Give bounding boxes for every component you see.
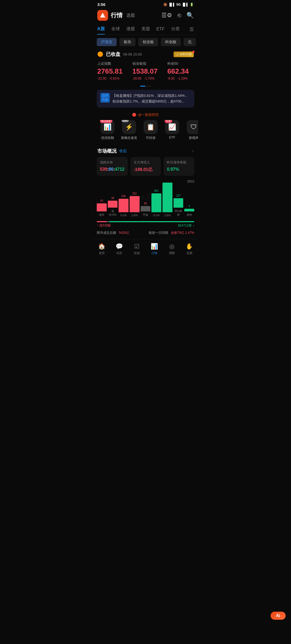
subtab-sector[interactable]: 板块 bbox=[119, 38, 136, 46]
tab-us[interactable]: 美股 bbox=[141, 24, 150, 35]
share-icon[interactable]: ⎋ bbox=[178, 12, 181, 19]
tab-etf[interactable]: ETF bbox=[157, 25, 165, 34]
index-chinext[interactable]: 创业板指 1538.07 -26.65 -1.70% bbox=[132, 61, 167, 80]
etf-badge: 大赛 bbox=[165, 120, 172, 123]
status-bar: 3:56 🔕 ▐▌▌ 5G ▐▌▌ 🔋 bbox=[93, 0, 198, 8]
header-subtitle[interactable]: 选股 bbox=[126, 13, 135, 18]
tab-category[interactable]: 分类 bbox=[171, 24, 180, 35]
advisor-badge: 每日金股 bbox=[100, 120, 112, 123]
header-actions: ☰⚙ ⎋ 🔍 bbox=[161, 12, 194, 19]
dot-3 bbox=[149, 86, 151, 87]
market-cards: 涨跌分布 539:86:4712 主力净流入 -198.01亿 昨日涨停表现 0… bbox=[93, 157, 198, 176]
card-title-1: 涨跌分布 bbox=[100, 160, 124, 165]
settings-icon[interactable]: ☰⚙ bbox=[161, 12, 172, 19]
subtab-star[interactable]: 科创板 bbox=[161, 38, 181, 46]
nav-finance[interactable]: ◎ 理财 bbox=[163, 242, 181, 256]
quick-icon-wrap-3: 📋 bbox=[144, 120, 158, 134]
quick-item-rule[interactable]: 🛡 新规风 bbox=[183, 120, 198, 140]
nav-label-trade: 交易 bbox=[186, 251, 192, 255]
dot-2 bbox=[147, 86, 148, 87]
subtab-chinext[interactable]: 创业板 bbox=[138, 38, 158, 46]
tab-a-stock[interactable]: A股 bbox=[97, 24, 105, 35]
bar-group-3: 206 5-1% bbox=[119, 195, 129, 217]
market-overview-header: 市场概况 收起 › bbox=[93, 145, 198, 157]
nav-trade[interactable]: ✋ 交易 bbox=[181, 242, 198, 256]
top-tab-bar: A股 全球 港股 美股 ETF 分类 ☰ bbox=[93, 24, 198, 35]
bar-lbl-9: 跌停 bbox=[187, 213, 192, 217]
app-logo bbox=[97, 10, 108, 21]
section-title: 市场概况 bbox=[97, 148, 117, 154]
index-change-3: -8.92 -1.33% bbox=[167, 77, 197, 80]
card-distribution[interactable]: 涨跌分布 539:86:4712 bbox=[97, 157, 128, 176]
quick-item-bond[interactable]: 📋 可转债 bbox=[140, 120, 161, 140]
nav-label-community: 社区 bbox=[116, 251, 122, 255]
bar-val-5: 86 bbox=[144, 202, 147, 205]
nav-watchlist[interactable]: ☑ 自选 bbox=[128, 242, 146, 256]
card-title-2: 主力净流入 bbox=[134, 160, 158, 165]
subtab-shanghai[interactable]: 沪深京 bbox=[97, 38, 117, 46]
battery-fill-icon: 🔋 bbox=[190, 3, 194, 6]
nav-home[interactable]: 🏠 首页 bbox=[93, 242, 110, 256]
nav-label-finance: 理财 bbox=[169, 251, 175, 255]
bar-1 bbox=[97, 203, 107, 211]
watchlist-icon: ☑ bbox=[134, 243, 140, 250]
collapse-btn[interactable]: 收起 bbox=[119, 149, 127, 153]
tab-global[interactable]: 全球 bbox=[111, 24, 120, 35]
weibo-user: @一夜新郎官 bbox=[138, 112, 159, 117]
header: 行情 选股 ☰⚙ ⎋ 🔍 bbox=[93, 8, 198, 24]
index-value-1: 2765.81 bbox=[97, 67, 127, 76]
subtab-beijing[interactable]: 北 bbox=[183, 38, 196, 46]
bar-val-9: 4 bbox=[189, 205, 190, 208]
bar-2 bbox=[108, 201, 118, 208]
bar-chart-section: KuaJing 3910 43 涨停 38 涨停-5% 206 5-1% 252… bbox=[93, 176, 198, 218]
bar-8 bbox=[174, 198, 183, 208]
card-title-3: 昨日涨停表现 bbox=[167, 160, 191, 165]
nav-label-market: 行情 bbox=[151, 251, 157, 255]
bar-lbl-3: 5-1% bbox=[120, 214, 127, 217]
volume-compare: 较前一日同期 放量79亿 1.47% bbox=[149, 231, 194, 235]
bar-val-6: 661 bbox=[154, 189, 159, 192]
fall-label: 跌4712家 bbox=[178, 223, 194, 228]
weibo-icon: 🔴 bbox=[132, 113, 136, 117]
bar-lbl-2: 涨停-5% bbox=[108, 209, 118, 217]
rise-count: 539 bbox=[100, 167, 107, 172]
news-banner[interactable]: 点评大盘 【收盘播报】沪指跌0.81%，深证成指跌1.44%，创业板指跌1.7%… bbox=[97, 90, 194, 108]
bar-lbl-4: 1-0% bbox=[131, 214, 138, 217]
index-star50[interactable]: 科创50 662.34 -8.92 -1.33% bbox=[167, 61, 198, 80]
card-value-2: -198.01亿 bbox=[134, 167, 158, 173]
index-shanghai[interactable]: 上证指数 2765.81 -22.50 -0.81% bbox=[97, 61, 132, 80]
time: 3:56 bbox=[97, 2, 105, 7]
bar-val-4: 252 bbox=[132, 192, 137, 195]
quick-item-concept[interactable]: ⚡ new 新概念速览 bbox=[118, 120, 140, 140]
bar-val-3: 206 bbox=[121, 195, 126, 198]
index-name-2: 创业板指 bbox=[132, 61, 162, 66]
tab-hk[interactable]: 港股 bbox=[126, 24, 135, 35]
market-status: 🟠 已收盘 09-06 15:00 L1 实时行情 bbox=[93, 49, 198, 60]
status-icons: 🔕 ▐▌▌ 5G ▐▌▌ 🔋 bbox=[163, 3, 194, 6]
search-icon[interactable]: 🔍 bbox=[186, 12, 194, 19]
bar-val-2: 38 bbox=[111, 197, 114, 200]
bar-lbl-1: 涨停 bbox=[99, 213, 104, 217]
bar-group-9: 4 跌停 bbox=[184, 205, 194, 217]
bar-group-1: 43 涨停 bbox=[97, 199, 107, 217]
progress-fill bbox=[97, 221, 194, 222]
status-dot-icon: 🟠 bbox=[97, 51, 103, 57]
signal2-icon: 5G bbox=[176, 3, 181, 6]
pagination-dots bbox=[93, 85, 198, 90]
card-yesterday[interactable]: 昨日涨停表现 0.97% bbox=[164, 157, 194, 176]
nav-community[interactable]: 💬 社区 bbox=[110, 242, 128, 256]
nav-label-watchlist: 自选 bbox=[134, 251, 140, 255]
more-tabs-icon[interactable]: ☰ bbox=[189, 26, 194, 32]
index-name-1: 上证指数 bbox=[97, 61, 127, 66]
nav-market[interactable]: 📊 行情 bbox=[146, 242, 163, 256]
quick-item-etf[interactable]: 📈 大赛 ETF bbox=[161, 120, 183, 140]
progress-section: 涨539家 跌4712家 bbox=[93, 218, 198, 229]
rule-label: 新规风 bbox=[189, 136, 198, 140]
dot-1 bbox=[140, 86, 146, 87]
quick-item-advisor[interactable]: 📊 每日金股 优优投顾 bbox=[97, 120, 118, 140]
card-flow[interactable]: 主力净流入 -198.01亿 bbox=[130, 157, 161, 176]
realtime-badge[interactable]: L1 实时行情 bbox=[174, 52, 194, 57]
section-arrow-icon[interactable]: › bbox=[192, 148, 194, 154]
weibo-row[interactable]: 🔴 @一夜新郎官 bbox=[93, 111, 198, 120]
trade-icon: ✋ bbox=[186, 243, 193, 250]
